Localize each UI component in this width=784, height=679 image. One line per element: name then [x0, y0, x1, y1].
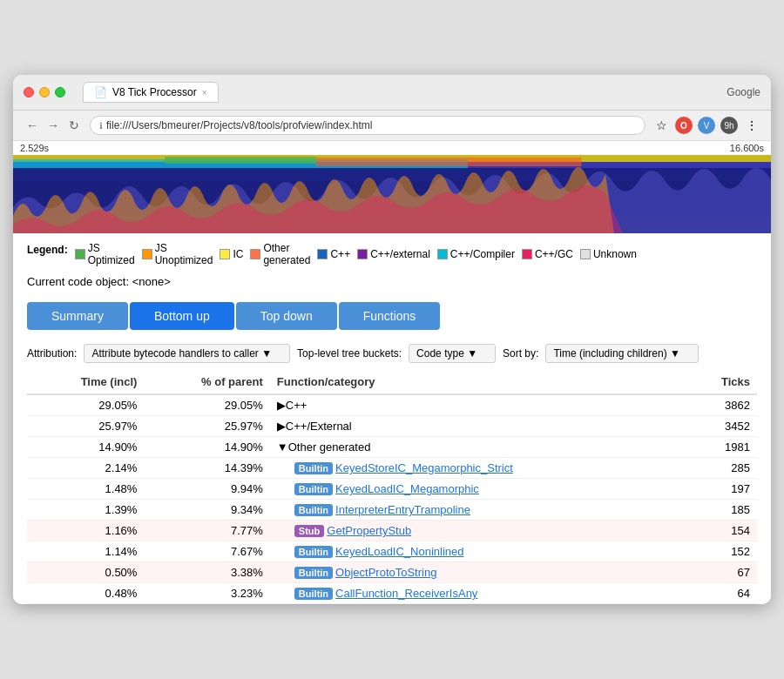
cell-function: ▶C++ — [270, 394, 686, 416]
legend-color-unknown — [580, 249, 591, 259]
cell-time: 25.97% — [27, 416, 144, 437]
legend-text-other-generated: Othergenerated — [263, 242, 310, 266]
table-row[interactable]: 2.14%14.39%BuiltinKeyedStoreIC_Megamorph… — [27, 458, 757, 479]
function-name: CallFunction_ReceiverIsAny — [335, 587, 477, 600]
table-row[interactable]: 1.48%9.94%BuiltinKeyedLoadIC_Megamorphic… — [27, 479, 757, 500]
function-badge: Stub — [294, 525, 324, 537]
legend-color-cpp — [317, 249, 328, 259]
flame-chart-svg — [13, 155, 771, 233]
sort-label: Sort by: — [503, 347, 538, 360]
legend-ic: IC — [220, 248, 243, 260]
col-time-incl: Time (incl) — [27, 370, 144, 394]
cell-time: 0.48% — [27, 583, 144, 604]
cell-ticks: 154 — [686, 521, 757, 541]
cell-time: 29.05% — [27, 394, 144, 416]
legend-color-js-optimized — [75, 249, 85, 259]
legend-color-cpp-gc — [522, 249, 532, 259]
tab-favicon: 📄 — [94, 86, 107, 98]
col-parent: % of parent — [144, 370, 269, 394]
legend-other-generated: Othergenerated — [250, 242, 310, 266]
function-name: GetPropertyStub — [327, 524, 411, 537]
tab-summary[interactable]: Summary — [27, 302, 128, 330]
browser-label: Google — [727, 86, 760, 98]
url-bar[interactable]: ℹ file:///Users/bmeurer/Projects/v8/tool… — [90, 116, 645, 135]
minimize-traffic-light[interactable] — [39, 87, 50, 97]
legend-color-cpp-external — [357, 249, 368, 259]
tab-buttons: Summary Bottom up Top down Functions — [13, 295, 771, 337]
legend-color-other-generated — [250, 249, 260, 259]
legend-cpp-gc: C++/GC — [522, 248, 573, 260]
cell-function: BuiltinKeyedStoreIC_Megamorphic_Strict — [270, 458, 686, 479]
cell-ticks: 3862 — [686, 394, 757, 416]
back-button[interactable]: ← — [24, 117, 41, 134]
cell-ticks: 1981 — [686, 437, 757, 458]
table-row[interactable]: 1.14%7.67%BuiltinKeyedLoadIC_Noninlined1… — [27, 541, 757, 562]
sort-dropdown[interactable]: Time (including children) ▼ — [545, 344, 699, 363]
table-row[interactable]: 1.16%7.77%StubGetPropertyStub154 — [27, 521, 757, 541]
cell-time: 1.14% — [27, 541, 144, 562]
function-badge: Builtin — [294, 546, 333, 558]
table-row[interactable]: 1.39%9.34%BuiltinInterpreterEntryTrampol… — [27, 500, 757, 521]
attribution-value: Attribute bytecode handlers to caller — [91, 347, 258, 360]
function-name: InterpreterEntryTrampoline — [335, 503, 470, 516]
function-name: ▶C++ — [277, 399, 308, 412]
cell-ticks: 197 — [686, 479, 757, 500]
cell-parent: 29.05% — [144, 394, 269, 416]
cell-parent: 14.39% — [144, 458, 269, 479]
cell-function: StubGetPropertyStub — [270, 521, 686, 541]
cell-function: BuiltinKeyedLoadIC_Megamorphic — [270, 479, 686, 500]
attribution-label: Attribution: — [27, 347, 77, 360]
cell-function: ▼Other generated — [270, 437, 686, 458]
function-name: ▶C++/External — [277, 420, 352, 433]
ext-icon[interactable]: 9h — [720, 117, 738, 134]
buckets-label: Top-level tree buckets: — [297, 347, 402, 360]
col-function: Function/category — [270, 370, 686, 394]
tab-top-down[interactable]: Top down — [236, 302, 337, 330]
refresh-button[interactable]: ↻ — [65, 117, 83, 134]
tab-close-button[interactable]: × — [202, 88, 207, 97]
forward-button[interactable]: → — [44, 117, 62, 134]
legend-text-cpp-compiler: C++/Compiler — [450, 248, 515, 260]
more-icon[interactable]: ⋮ — [743, 117, 760, 134]
title-bar: 📄 V8 Tick Processor × Google — [13, 75, 771, 111]
flame-chart[interactable] — [13, 155, 771, 233]
vpn-icon[interactable]: V — [698, 117, 715, 134]
close-traffic-light[interactable] — [24, 87, 34, 97]
table-row[interactable]: 0.48%3.23%BuiltinCallFunction_ReceiverIs… — [27, 583, 757, 604]
opera-icon[interactable]: O — [675, 117, 693, 134]
table-row[interactable]: 29.05%29.05%▶C++3862 — [27, 394, 757, 416]
star-icon[interactable]: ☆ — [652, 117, 670, 134]
cell-time: 0.50% — [27, 562, 144, 583]
tab-functions[interactable]: Functions — [339, 302, 441, 330]
cell-ticks: 185 — [686, 500, 757, 521]
table-row[interactable]: 14.90%14.90%▼Other generated1981 — [27, 437, 757, 458]
cell-parent: 9.94% — [144, 479, 269, 500]
cell-time: 1.39% — [27, 500, 144, 521]
buckets-dropdown[interactable]: Code type ▼ — [409, 344, 496, 363]
maximize-traffic-light[interactable] — [55, 87, 65, 97]
cell-parent: 14.90% — [144, 437, 269, 458]
current-code-section: Current code object: <none> — [13, 272, 771, 295]
toolbar-icons: ☆ O V 9h ⋮ — [652, 117, 760, 134]
legend-text-cpp: C++ — [330, 248, 350, 260]
function-badge: Builtin — [294, 462, 333, 474]
function-badge: Builtin — [294, 567, 333, 579]
browser-tab[interactable]: 📄 V8 Tick Processor × — [83, 82, 219, 103]
cell-function: BuiltinKeyedLoadIC_Noninlined — [270, 541, 686, 562]
lock-icon: ℹ — [99, 121, 103, 131]
cell-ticks: 64 — [686, 583, 757, 604]
cell-parent: 3.23% — [144, 583, 269, 604]
svg-rect-4 — [316, 158, 582, 166]
cell-ticks: 3452 — [686, 416, 757, 437]
table-row[interactable]: 0.50%3.38%BuiltinObjectProtoToString67 — [27, 562, 757, 583]
table-body: 29.05%29.05%▶C++386225.97%25.97%▶C++/Ext… — [27, 394, 757, 604]
legend-text-ic: IC — [233, 248, 243, 260]
table-row[interactable]: 25.97%25.97%▶C++/External3452 — [27, 416, 757, 437]
cell-parent: 7.67% — [144, 541, 269, 562]
legend-text-js-optimized: JSOptimized — [88, 242, 135, 266]
attribution-dropdown[interactable]: Attribute bytecode handlers to caller ▼ — [84, 344, 290, 363]
cell-time: 14.90% — [27, 437, 144, 458]
tab-bottom-up[interactable]: Bottom up — [130, 302, 234, 330]
cell-time: 1.16% — [27, 521, 144, 541]
buckets-value: Code type — [416, 347, 464, 360]
